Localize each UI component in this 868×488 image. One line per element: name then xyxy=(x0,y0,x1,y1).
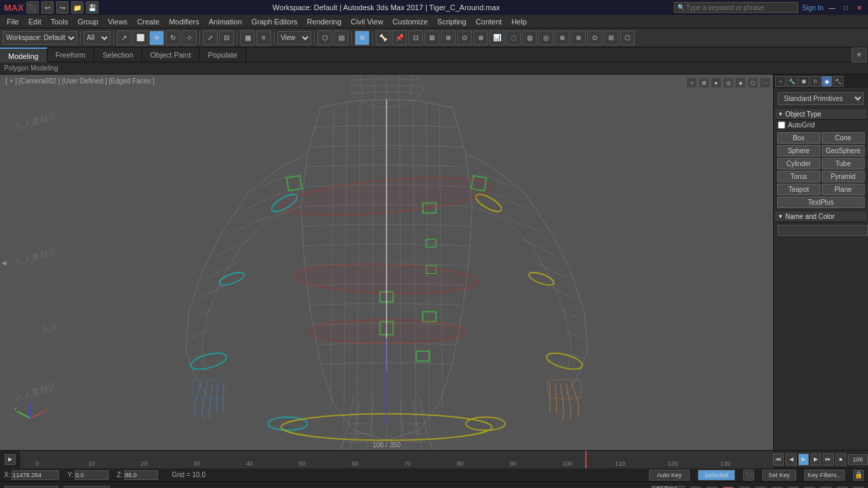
workspace-dropdown[interactable]: Workspace: Default xyxy=(3,31,77,45)
tl-stop-btn[interactable]: ■ xyxy=(835,453,846,466)
obj-btn-cone[interactable]: Cone xyxy=(822,132,865,144)
layer-mgr-btn[interactable]: ▦ xyxy=(240,30,255,45)
tab-object-paint[interactable]: Object Paint xyxy=(142,47,200,62)
vp-icon-quality[interactable]: ◈ xyxy=(735,77,746,88)
edit-normals-btn[interactable]: ⊕ xyxy=(473,30,488,45)
vp-icon-plus[interactable]: + xyxy=(686,77,697,88)
menu-create[interactable]: Create xyxy=(133,15,163,28)
extra3-btn[interactable]: ⊗ xyxy=(571,30,586,45)
obj-btn-sphere[interactable]: Sphere xyxy=(777,145,821,157)
extra1-btn[interactable]: ◎ xyxy=(538,30,553,45)
standard-primitives-dropdown[interactable]: Standard Primitives xyxy=(778,92,864,105)
minimize-btn[interactable]: — xyxy=(827,3,837,12)
panel-tab-motion[interactable]: ↻ xyxy=(810,76,821,87)
autogrid-checkbox[interactable] xyxy=(778,121,785,129)
object-type-header[interactable]: ▼ Object Type xyxy=(775,109,867,120)
vp-icon-layout[interactable]: ⊞ xyxy=(698,77,709,88)
rotate-btn[interactable]: ↻ xyxy=(165,30,180,45)
tl-last-btn[interactable]: ⏭ xyxy=(823,453,833,466)
vp-icon-persp[interactable]: ⬡ xyxy=(747,77,758,88)
maximize-btn[interactable]: □ xyxy=(841,3,850,12)
save-btn[interactable]: 💾 xyxy=(86,1,98,14)
menu-content[interactable]: Content xyxy=(472,15,507,28)
y-input[interactable] xyxy=(75,470,108,480)
tab-modeling[interactable]: Modeling xyxy=(0,47,47,62)
menu-views[interactable]: Views xyxy=(104,15,132,28)
tl-next-btn[interactable]: ▶ xyxy=(810,453,821,466)
redo-btn[interactable]: ↪ xyxy=(56,1,68,14)
tl-prev-btn[interactable]: ◀ xyxy=(785,453,796,466)
menu-rendering[interactable]: Rendering xyxy=(303,15,346,28)
menu-group[interactable]: Group xyxy=(73,15,102,28)
menu-civil-view[interactable]: Civil View xyxy=(347,15,387,28)
mirror-btn[interactable]: ⤢ xyxy=(203,30,218,45)
vp-icon-wire[interactable]: ◎ xyxy=(723,77,734,88)
obj-btn-plane[interactable]: Plane xyxy=(822,184,865,195)
obj-btn-cylinder[interactable]: Cylinder xyxy=(777,158,821,169)
close-btn[interactable]: ✕ xyxy=(854,3,864,12)
obj-btn-geosphere[interactable]: GeoSphere xyxy=(822,145,865,157)
cage-btn[interactable]: ⊙ xyxy=(457,30,472,45)
align-btn[interactable]: ⊟ xyxy=(219,30,234,45)
timeline-track[interactable]: 0 10 20 30 40 50 60 70 80 90 100 110 120… xyxy=(20,451,773,468)
bone-tools-btn[interactable]: 🦴 xyxy=(376,30,391,45)
extra6-btn[interactable]: ⬡ xyxy=(620,30,635,45)
preserve-btn[interactable]: ◍ xyxy=(522,30,537,45)
add-time-tag-btn[interactable]: Add Time Tag xyxy=(651,486,685,489)
vp-icon-extra[interactable]: ⋯ xyxy=(760,77,770,88)
menu-customize[interactable]: Customize xyxy=(389,15,432,28)
viewport-3d[interactable]: [ + ] [Camera002 ] [User Defined ] [Edge… xyxy=(0,75,773,450)
obj-btn-teapot[interactable]: Teapot xyxy=(777,184,821,195)
scale-btn[interactable]: ⊹ xyxy=(182,30,197,45)
panel-tab-create[interactable]: + xyxy=(775,76,786,87)
relax-btn[interactable]: ◌ xyxy=(506,30,521,45)
key-filters-btn[interactable]: Key Filters... xyxy=(804,470,845,481)
named-selection-btn[interactable]: ▤ xyxy=(334,30,349,45)
obj-btn-textplus[interactable]: TextPlus xyxy=(777,197,865,208)
panel-tab-utilities[interactable]: 🔨 xyxy=(833,76,844,87)
pin-stack-btn[interactable]: 📌 xyxy=(392,30,407,45)
menu-edit[interactable]: Edit xyxy=(24,15,45,28)
quick-access-btn[interactable]: ⬛ xyxy=(26,1,39,14)
tab-populate[interactable]: Populate xyxy=(199,47,245,62)
object-name-input[interactable] xyxy=(778,225,868,236)
panel-tab-display[interactable]: ◉ xyxy=(821,76,832,87)
search-input[interactable] xyxy=(686,4,795,12)
frame-input[interactable] xyxy=(848,454,868,465)
z-input[interactable] xyxy=(124,470,158,480)
panel-tab-hierarchy[interactable]: ⬢ xyxy=(798,76,809,87)
selected-btn[interactable]: Selected xyxy=(698,470,735,481)
make-selection-btn[interactable]: ⊕ xyxy=(355,30,370,45)
extra5-btn[interactable]: ⊞ xyxy=(604,30,618,45)
timeline-playhead[interactable] xyxy=(585,451,587,468)
tl-play-btn[interactable]: ▶ xyxy=(798,453,809,466)
expand-left-btn[interactable]: ◀ xyxy=(1,259,7,266)
use-soft-btn[interactable]: ⊗ xyxy=(441,30,456,45)
undo-btn[interactable]: ↩ xyxy=(41,1,54,14)
menu-modifiers[interactable]: Modifiers xyxy=(165,15,203,28)
extra4-btn[interactable]: ⊙ xyxy=(587,30,602,45)
scene-explorer-btn[interactable]: ≡ xyxy=(256,30,271,45)
vp-icon-shading[interactable]: ● xyxy=(711,77,722,88)
menu-help[interactable]: Help xyxy=(507,15,531,28)
show-end-result-btn[interactable]: ⊡ xyxy=(408,30,423,45)
customize-tabs-btn[interactable]: ≡ xyxy=(852,47,867,62)
panel-tab-modify[interactable]: 🔧 xyxy=(787,76,797,87)
sign-in-btn[interactable]: Sign In xyxy=(802,4,823,12)
obj-btn-tube[interactable]: Tube xyxy=(822,158,865,169)
set-key-btn[interactable]: Set Key xyxy=(762,470,796,481)
tab-selection[interactable]: Selection xyxy=(94,47,142,62)
view-dropdown[interactable]: View xyxy=(277,31,311,45)
menu-scripting[interactable]: Scripting xyxy=(433,15,471,28)
timeline-expand-btn[interactable]: ▶ xyxy=(5,454,16,465)
obj-btn-torus[interactable]: Torus xyxy=(777,171,821,182)
filter-dropdown[interactable]: All xyxy=(83,31,111,45)
show-stats-btn[interactable]: 📊 xyxy=(490,30,505,45)
select-move-btn[interactable]: ✛ xyxy=(149,30,164,45)
select-object-btn[interactable]: ↗ xyxy=(117,30,132,45)
autokey-btn[interactable]: Auto Key xyxy=(649,470,690,481)
menu-animation[interactable]: Animation xyxy=(205,15,246,28)
select-region-btn[interactable]: ⬜ xyxy=(133,30,148,45)
obj-btn-box[interactable]: Box xyxy=(777,132,821,144)
x-input[interactable] xyxy=(12,470,59,480)
